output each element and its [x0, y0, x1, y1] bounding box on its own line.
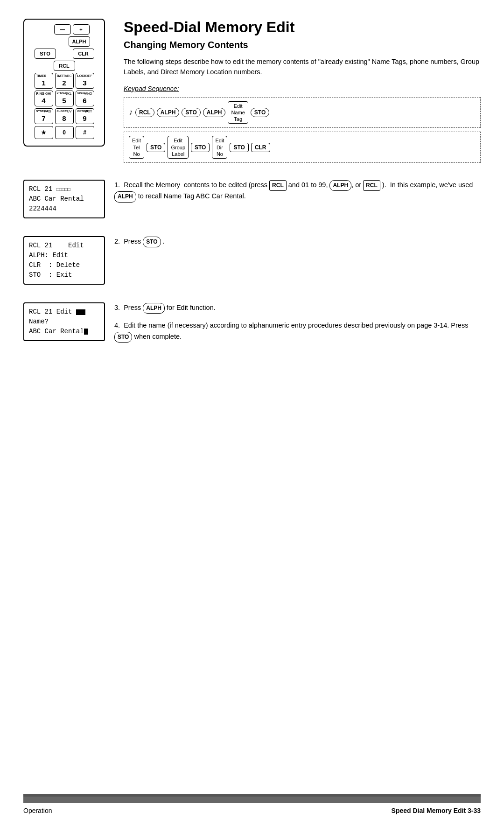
display-line-3-2: Name? — [29, 317, 99, 327]
display-line-1-3: 2224444 — [29, 204, 99, 214]
key-clr[interactable]: CLR — [73, 49, 94, 59]
key-blank-4 — [58, 49, 71, 59]
main-content: — + ALPH STO CLR RCL — [23, 19, 481, 167]
step-1-text: 1. Recall the Memory contents to be edit… — [114, 180, 481, 202]
keypad-num-row-1: TIMER 1 BATT 2ABC LOCK 3DEF — [28, 73, 100, 89]
cursor-block — [84, 329, 88, 335]
key-4[interactable]: RING 4GHI — [35, 91, 53, 106]
inline-key-sto-step2[interactable]: STO — [143, 237, 161, 247]
keypad-num-row-3: SYSTEM 7PRS CLOCK 8TUV OPTION 9WXY — [28, 108, 100, 124]
seq-key-alph-2: ALPH — [203, 108, 226, 117]
seq-key-rcl: RCL — [135, 108, 154, 117]
sequence-diagram-2: EditTelNo STO EditGroupLabel STO EditDir… — [124, 132, 481, 163]
edit-name-tag-box: EditNameTag — [228, 101, 248, 124]
key-3[interactable]: LOCK 3DEF — [76, 73, 94, 89]
seq-key-sto-2: STO — [251, 108, 269, 117]
key-star[interactable]: ★ — [35, 126, 53, 139]
lcd-display-1: RCL 21 □□□□□ ABC Car Rental 2224444 — [23, 180, 105, 218]
step-4-container: 4. Edit the name (if necessary) accordin… — [114, 320, 481, 342]
keypad-row-3: STO CLR — [28, 49, 100, 59]
display-row-1: RCL 21 □□□□□ ABC Car Rental 2224444 1. R… — [23, 180, 481, 218]
keypad-row-4: RCL — [28, 61, 100, 71]
bottom-bar — [23, 794, 481, 803]
display-line-3-3: ABC Car Rental​ — [29, 327, 99, 336]
display-section: RCL 21 □□□□□ ABC Car Rental 2224444 1. R… — [23, 180, 481, 351]
keypad-bottom-row: ★ 0 # — [28, 126, 100, 139]
lcd-display-2: RCL 21 Edit ALPH: Edit CLR : Delete STO … — [23, 236, 105, 285]
keypad-sequence-label: Keypad Sequence: — [124, 85, 481, 92]
key-5[interactable]: K TONE 5JKL — [55, 91, 74, 106]
inline-key-alph-step3[interactable]: ALPH — [143, 303, 165, 314]
display-line-2-1: RCL 21 Edit — [29, 241, 99, 251]
seq-key-clr: CLR — [251, 143, 270, 152]
key-minus[interactable]: — — [54, 24, 71, 35]
keypad: — + ALPH STO CLR RCL — [23, 19, 105, 147]
intro-text: The following steps describe how to edit… — [124, 57, 481, 77]
footer: Operation Speed Dial Memory Edit 3-33 — [23, 803, 481, 819]
edit-tel-no-box: EditTelNo — [129, 136, 144, 159]
lcd-display-3: RCL 21 Edit A Name? ABC Car Rental​ — [23, 302, 105, 341]
inline-key-alph-1[interactable]: ALPH — [329, 180, 351, 191]
key-blank-2 — [39, 36, 52, 47]
inline-key-rcl-1[interactable]: RCL — [269, 180, 287, 191]
keypad-row-2: ALPH — [28, 36, 100, 47]
step-2-num: 2. — [114, 238, 124, 245]
key-hash[interactable]: # — [76, 126, 94, 139]
step-3-container: 3. Press ALPH for Edit function. — [114, 302, 481, 314]
display-line-2-3: CLR : Delete — [29, 260, 99, 270]
key-2[interactable]: BATT 2ABC — [55, 73, 74, 89]
step-3-num: 3. — [114, 304, 124, 311]
section-title: Changing Memory Contents — [124, 40, 481, 50]
key-blank-3 — [54, 36, 67, 47]
key-alph[interactable]: ALPH — [69, 36, 90, 47]
key-7[interactable]: SYSTEM 7PRS — [35, 108, 53, 124]
step-2-text: 2. Press STO . — [114, 236, 481, 247]
key-0[interactable]: 0 — [55, 126, 74, 139]
display-row-2: RCL 21 Edit ALPH: Edit CLR : Delete STO … — [23, 236, 481, 285]
seq-key-alph-1: ALPH — [157, 108, 180, 117]
step-3-4-text: 3. Press ALPH for Edit function. 4. Edit… — [114, 302, 481, 343]
keypad-num-row-2: RING 4GHI K TONE 5JKL VISUAL 6MNO — [28, 91, 100, 106]
key-rcl[interactable]: RCL — [54, 61, 75, 71]
inline-key-alph-2[interactable]: ALPH — [114, 191, 136, 202]
display-row-3: RCL 21 Edit A Name? ABC Car Rental​ 3. P… — [23, 302, 481, 343]
inline-key-rcl-2[interactable]: RCL — [363, 180, 380, 191]
edit-dir-no-box: EditDirNo — [212, 136, 227, 159]
key-8[interactable]: CLOCK 8TUV — [55, 108, 74, 124]
edit-group-label-box: EditGroupLabel — [168, 136, 189, 159]
seq-key-sto-3: STO — [147, 143, 165, 152]
left-column: — + ALPH STO CLR RCL — [23, 19, 110, 167]
key-6[interactable]: VISUAL 6MNO — [76, 91, 94, 106]
key-1[interactable]: TIMER 1 — [35, 73, 53, 89]
seq-key-sto-1: STO — [182, 108, 200, 117]
display-line-3-1: RCL 21 Edit A — [29, 307, 99, 317]
key-blank-6 — [77, 61, 90, 71]
step-1-num: 1. — [114, 181, 124, 189]
inline-key-sto-step4[interactable]: STO — [114, 332, 132, 343]
page-title: Speed-Dial Memory Edit — [124, 19, 481, 36]
music-icon: ♪ — [129, 107, 133, 117]
right-column: Speed-Dial Memory Edit Changing Memory C… — [124, 19, 481, 167]
sequence-diagram-1: ♪ RCL ALPH STO ALPH EditNameTag STO — [124, 97, 481, 128]
footer-left: Operation — [23, 807, 52, 814]
page-container: — + ALPH STO CLR RCL — [0, 0, 504, 819]
seq-key-sto-5: STO — [230, 143, 248, 152]
display-line-2-4: STO : Exit — [29, 270, 99, 280]
key-9[interactable]: OPTION 9WXY — [76, 108, 94, 124]
seq-key-sto-4: STO — [191, 143, 210, 152]
keypad-row-1: — + — [28, 24, 100, 35]
display-line-2-2: ALPH: Edit — [29, 251, 99, 260]
key-blank-1 — [39, 24, 52, 35]
display-line-1-2: ABC Car Rental — [29, 194, 99, 204]
key-sto[interactable]: STO — [35, 49, 56, 59]
footer-right: Speed Dial Memory Edit 3-33 — [392, 807, 481, 814]
key-plus[interactable]: + — [73, 24, 90, 35]
display-line-1-1: RCL 21 □□□□□ — [29, 184, 99, 194]
step-4-num: 4. — [114, 322, 124, 329]
page-spacer — [23, 351, 481, 794]
key-blank-5 — [39, 61, 52, 71]
